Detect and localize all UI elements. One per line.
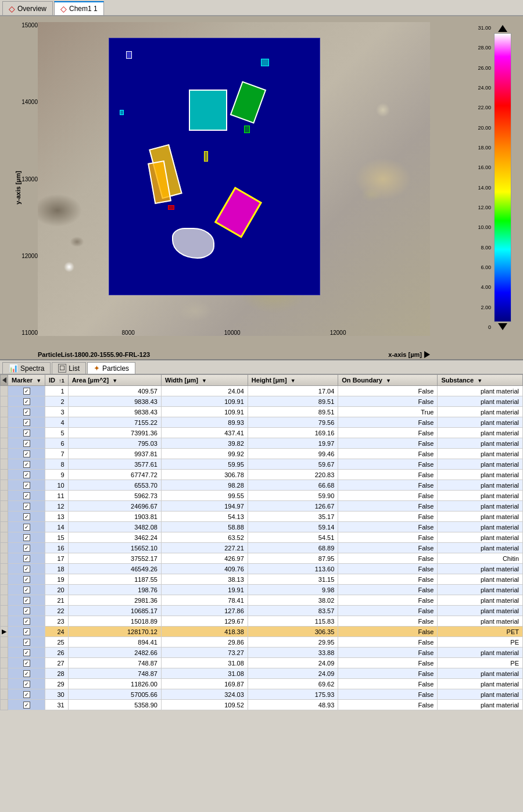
area-cell-4: 7155.22: [68, 417, 161, 428]
row-arrow-13: [1, 511, 8, 522]
boundary-cell-29: False: [338, 679, 438, 689]
checkbox-21[interactable]: ✓: [23, 597, 30, 604]
checkbox-2[interactable]: ✓: [23, 398, 30, 405]
id-cell-24: 24: [45, 627, 69, 637]
checkbox-20[interactable]: ✓: [23, 586, 30, 593]
checkbox-12[interactable]: ✓: [23, 503, 30, 510]
tab-spectra[interactable]: 📊 Spectra: [2, 362, 51, 374]
checkbox-7[interactable]: ✓: [23, 450, 30, 457]
width-cell-12: 194.97: [161, 501, 248, 511]
checkbox-24[interactable]: ✓: [23, 628, 30, 635]
header-substance[interactable]: Substance ▼: [438, 375, 523, 386]
header-width[interactable]: Width [µm] ▼: [161, 375, 248, 386]
marker-cell-2[interactable]: ✓: [8, 396, 45, 407]
area-sort-arrow: ▼: [112, 378, 117, 384]
checkbox-8[interactable]: ✓: [23, 461, 30, 468]
area-cell-12: 24696.67: [68, 501, 161, 511]
checkbox-13[interactable]: ✓: [23, 513, 30, 520]
marker-cell-13[interactable]: ✓: [8, 511, 45, 522]
checkbox-22[interactable]: ✓: [23, 607, 30, 614]
marker-cell-18[interactable]: ✓: [8, 564, 45, 574]
tab-overview[interactable]: ◇ Overview: [2, 1, 53, 15]
marker-cell-15[interactable]: ✓: [8, 532, 45, 543]
marker-cell-16[interactable]: ✓: [8, 543, 45, 553]
checkbox-26[interactable]: ✓: [23, 649, 30, 656]
marker-cell-20[interactable]: ✓: [8, 585, 45, 595]
id-cell-22: 22: [45, 606, 69, 616]
marker-cell-29[interactable]: ✓: [8, 679, 45, 689]
marker-cell-1[interactable]: ✓: [8, 386, 45, 396]
tab-particles[interactable]: ✦ Particles: [87, 362, 135, 374]
checkbox-23[interactable]: ✓: [23, 618, 30, 625]
header-height[interactable]: Height [µm] ▼: [248, 375, 338, 386]
header-id[interactable]: ID ↑1: [45, 375, 69, 386]
header-area[interactable]: Area [µm^2] ▼: [68, 375, 161, 386]
checkbox-6[interactable]: ✓: [23, 440, 30, 447]
id-cell-27: 27: [45, 658, 69, 668]
checkbox-30[interactable]: ✓: [23, 691, 30, 698]
row-arrow-20: [1, 585, 8, 595]
header-marker[interactable]: Marker ▼: [8, 375, 45, 386]
marker-cell-8[interactable]: ✓: [8, 459, 45, 470]
marker-cell-10[interactable]: ✓: [8, 480, 45, 491]
tab-list[interactable]: ☐ List: [52, 362, 86, 374]
marker-cell-31[interactable]: ✓: [8, 700, 45, 710]
substance-cell-13: plant material: [438, 511, 523, 522]
height-cell-5: 169.16: [248, 428, 338, 438]
checkbox-3[interactable]: ✓: [23, 409, 30, 416]
checkbox-29[interactable]: ✓: [23, 681, 30, 688]
checkbox-5[interactable]: ✓: [23, 430, 30, 437]
checkbox-31[interactable]: ✓: [23, 702, 30, 709]
marker-cell-19[interactable]: ✓: [8, 574, 45, 585]
marker-cell-11[interactable]: ✓: [8, 491, 45, 501]
marker-cell-23[interactable]: ✓: [8, 616, 45, 627]
checkbox-14[interactable]: ✓: [23, 524, 30, 531]
marker-cell-9[interactable]: ✓: [8, 470, 45, 480]
boundary-cell-7: False: [338, 449, 438, 459]
marker-cell-25[interactable]: ✓: [8, 637, 45, 648]
width-cell-19: 38.13: [161, 574, 248, 585]
checkbox-18[interactable]: ✓: [23, 566, 30, 573]
checkbox-19[interactable]: ✓: [23, 576, 30, 583]
marker-cell-12[interactable]: ✓: [8, 501, 45, 511]
marker-cell-30[interactable]: ✓: [8, 689, 45, 700]
checkbox-25[interactable]: ✓: [23, 639, 30, 646]
marker-cell-17[interactable]: ✓: [8, 553, 45, 564]
marker-cell-4[interactable]: ✓: [8, 417, 45, 428]
checkbox-4[interactable]: ✓: [23, 419, 30, 426]
tab-chem1[interactable]: ◇ Chem1 1: [54, 1, 104, 15]
marker-cell-22[interactable]: ✓: [8, 606, 45, 616]
substance-cell-7: plant material: [438, 449, 523, 459]
checkbox-1[interactable]: ✓: [23, 388, 30, 395]
row-arrow-8: [1, 459, 8, 470]
marker-cell-21[interactable]: ✓: [8, 595, 45, 606]
checkbox-28[interactable]: ✓: [23, 670, 30, 677]
map-image-area[interactable]: 8000 10000 12000: [38, 22, 430, 336]
checkbox-15[interactable]: ✓: [23, 534, 30, 541]
lower-panel: 📊 Spectra ☐ List ✦ Particles Marker ▼: [0, 359, 523, 710]
marker-cell-7[interactable]: ✓: [8, 449, 45, 459]
checkbox-10[interactable]: ✓: [23, 482, 30, 489]
marker-cell-5[interactable]: ✓: [8, 428, 45, 438]
checkbox-9[interactable]: ✓: [23, 471, 30, 478]
checkbox-17[interactable]: ✓: [23, 555, 30, 562]
marker-cell-14[interactable]: ✓: [8, 522, 45, 532]
height-cell-16: 68.89: [248, 543, 338, 553]
scale-label-10: 10.00: [478, 224, 491, 230]
marker-cell-3[interactable]: ✓: [8, 407, 45, 417]
marker-cell-24[interactable]: ✓: [8, 627, 45, 637]
marker-cell-26[interactable]: ✓: [8, 648, 45, 658]
checkbox-11[interactable]: ✓: [23, 492, 30, 499]
marker-cell-27[interactable]: ✓: [8, 658, 45, 668]
height-cell-15: 54.51: [248, 532, 338, 543]
scale-label-22: 22.00: [478, 105, 491, 110]
id-cell-4: 4: [45, 417, 69, 428]
marker-cell-6[interactable]: ✓: [8, 438, 45, 449]
height-cell-23: 115.83: [248, 616, 338, 627]
marker-cell-28[interactable]: ✓: [8, 668, 45, 679]
checkbox-27[interactable]: ✓: [23, 660, 30, 667]
row-arrow-15: [1, 532, 8, 543]
id-cell-5: 5: [45, 428, 69, 438]
checkbox-16[interactable]: ✓: [23, 545, 30, 552]
header-on-boundary[interactable]: On Boundary ▼: [338, 375, 438, 386]
